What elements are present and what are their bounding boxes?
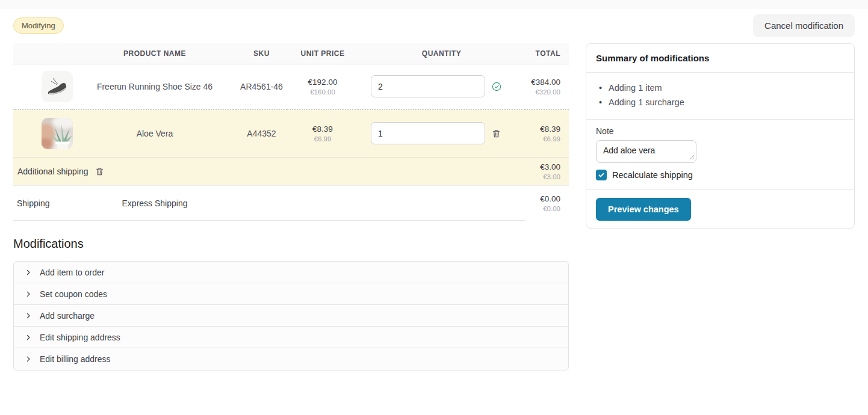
unit-price-net: €6.99 [288,135,358,143]
check-circle-icon [492,82,501,91]
product-image-shoe [42,71,73,102]
preview-changes-button[interactable]: Preview changes [596,198,691,221]
summary-item: Adding 1 item [598,81,845,95]
note-input[interactable]: Add aloe vera [596,140,696,163]
column-product-name: PRODUCT NAME [73,43,236,64]
product-image-aloe-vera [42,118,73,149]
column-total: TOTAL [525,43,569,64]
unit-price: €192.00 [288,78,358,87]
table-row-shipping: Shipping Express Shipping €0.00 €0.00 [13,186,569,221]
line-total: €8.39 [525,124,560,134]
summary-item: Adding 1 surcharge [598,95,845,109]
column-unit-price: UNIT PRICE [287,43,358,64]
surcharge-total: €3.00 [525,162,560,171]
chevron-right-icon [25,269,32,276]
line-total-net: €6.99 [525,135,560,143]
summary-title: Summary of modifications [586,44,854,73]
page-header: Modifying Cancel modification [0,13,868,37]
unit-price: €8.39 [288,124,358,134]
main-content: PRODUCT NAME SKU UNIT PRICE QUANTITY TOT… [0,43,868,370]
chevron-right-icon [25,334,32,341]
chevron-right-icon [25,290,32,298]
column-quantity: QUANTITY [358,43,525,64]
recalculate-checkbox[interactable] [596,170,607,180]
table-row-surcharge: Additional shipping €3.00 [13,158,569,186]
unit-price-net: €160.00 [288,88,358,96]
order-items-table: PRODUCT NAME SKU UNIT PRICE QUANTITY TOT… [13,43,569,221]
accordion-add-item[interactable]: Add item to order [14,262,568,283]
product-sku: AR4561-46 [236,64,287,109]
accordion-label: Add surcharge [40,311,95,321]
remove-item-button[interactable] [492,129,501,138]
shipping-total: €0.00 [525,194,560,203]
modifications-title: Modifications [13,237,569,251]
note-label: Note [596,126,845,136]
chevron-right-icon [25,312,32,319]
remove-surcharge-button[interactable] [95,167,104,176]
product-sku: A44352 [236,109,287,158]
trash-icon [95,167,104,176]
recalculate-shipping-option[interactable]: Recalculate shipping [596,170,845,180]
line-total: €384.00 [525,78,560,87]
chevron-right-icon [25,355,32,363]
quantity-input-aloe-vera[interactable] [371,122,485,144]
accordion-coupon-codes[interactable]: Set coupon codes [14,283,568,305]
trash-icon [492,129,501,138]
column-image [13,43,73,64]
shipping-total-net: €0.00 [525,205,560,212]
accordion-edit-shipping-address[interactable]: Edit shipping address [14,327,568,348]
table-header-row: PRODUCT NAME SKU UNIT PRICE QUANTITY TOT… [13,43,569,64]
product-name: Aloe Vera [73,109,236,158]
order-panel: PRODUCT NAME SKU UNIT PRICE QUANTITY TOT… [13,43,569,370]
accordion-label: Set coupon codes [40,289,107,299]
cancel-modification-button[interactable]: Cancel modification [753,14,855,37]
column-sku: SKU [236,43,287,64]
summary-list: Adding 1 item Adding 1 surcharge [586,73,854,120]
shipping-label: Shipping [13,186,73,221]
product-name: Freerun Running Shoe Size 46 [73,64,236,109]
top-toolbar-strip [0,0,868,8]
accordion-edit-billing-address[interactable]: Edit billing address [14,348,568,370]
surcharge-label: Additional shipping [17,167,88,176]
accordion-label: Add item to order [40,268,104,277]
surcharge-total-net: €3.00 [525,173,560,180]
shipping-method: Express Shipping [73,186,236,221]
quantity-input-shoe[interactable] [371,75,485,97]
table-row-aloe-vera: Aloe Vera A44352 €8.39 €6.99 [13,109,569,158]
line-total-net: €320.00 [525,88,560,96]
recalculate-label: Recalculate shipping [612,170,693,180]
accordion-add-surcharge[interactable]: Add surcharge [14,305,568,327]
table-row-shoe: Freerun Running Shoe Size 46 AR4561-46 €… [13,64,569,109]
status-badge: Modifying [13,17,64,34]
note-section: Note Add aloe vera Recalculate shipping [586,120,854,190]
accordion-label: Edit billing address [40,354,111,364]
summary-card: Summary of modifications Adding 1 item A… [586,43,855,229]
accordion-label: Edit shipping address [40,333,120,342]
modifications-accordion: Add item to order Set coupon codes Add s… [13,261,569,370]
